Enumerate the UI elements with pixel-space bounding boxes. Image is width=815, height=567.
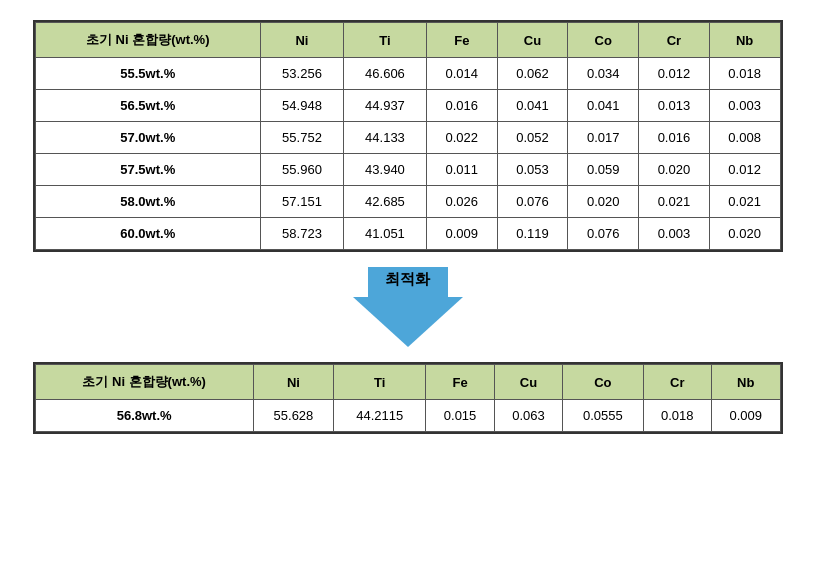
bottom-cell-0-5: 0.0555: [563, 400, 643, 432]
top-cell-4-4: 0.076: [497, 186, 568, 218]
top-cell-3-5: 0.059: [568, 154, 639, 186]
top-cell-2-4: 0.052: [497, 122, 568, 154]
top-cell-0-3: 0.014: [426, 58, 497, 90]
top-table-container: 초기 Ni 혼합량(wt.%)NiTiFeCuCoCrNb 55.5wt.%53…: [33, 20, 783, 252]
top-cell-1-0: 56.5wt.%: [35, 90, 260, 122]
top-cell-0-7: 0.018: [709, 58, 780, 90]
top-cell-5-4: 0.119: [497, 218, 568, 250]
top-cell-4-3: 0.026: [426, 186, 497, 218]
top-cell-0-0: 55.5wt.%: [35, 58, 260, 90]
top-table-row: 56.5wt.%54.94844.9370.0160.0410.0410.013…: [35, 90, 780, 122]
top-cell-1-4: 0.041: [497, 90, 568, 122]
top-cell-2-6: 0.016: [639, 122, 710, 154]
top-cell-3-0: 57.5wt.%: [35, 154, 260, 186]
bottom-header-cell-3: Fe: [426, 365, 494, 400]
top-cell-5-0: 60.0wt.%: [35, 218, 260, 250]
top-cell-5-3: 0.009: [426, 218, 497, 250]
top-cell-0-5: 0.034: [568, 58, 639, 90]
bottom-header-cell-4: Cu: [494, 365, 562, 400]
top-cell-0-6: 0.012: [639, 58, 710, 90]
top-table-header-row: 초기 Ni 혼합량(wt.%)NiTiFeCuCoCrNb: [35, 23, 780, 58]
top-header-cell-3: Fe: [426, 23, 497, 58]
top-cell-1-7: 0.003: [709, 90, 780, 122]
bottom-header-cell-6: Cr: [643, 365, 711, 400]
top-cell-2-2: 44.133: [343, 122, 426, 154]
top-header-cell-2: Ti: [343, 23, 426, 58]
top-cell-4-7: 0.021: [709, 186, 780, 218]
top-cell-1-3: 0.016: [426, 90, 497, 122]
arrow-shape: [353, 297, 463, 347]
top-cell-2-7: 0.008: [709, 122, 780, 154]
top-cell-0-2: 46.606: [343, 58, 426, 90]
arrow-section: 최적화: [33, 267, 783, 347]
top-cell-3-2: 43.940: [343, 154, 426, 186]
top-cell-3-6: 0.020: [639, 154, 710, 186]
top-cell-5-5: 0.076: [568, 218, 639, 250]
top-cell-5-6: 0.003: [639, 218, 710, 250]
top-cell-1-1: 54.948: [260, 90, 343, 122]
top-header-cell-5: Co: [568, 23, 639, 58]
top-table: 초기 Ni 혼합량(wt.%)NiTiFeCuCoCrNb 55.5wt.%53…: [35, 22, 781, 250]
bottom-cell-0-0: 56.8wt.%: [35, 400, 253, 432]
bottom-cell-0-1: 55.628: [253, 400, 333, 432]
top-cell-5-2: 41.051: [343, 218, 426, 250]
top-cell-2-5: 0.017: [568, 122, 639, 154]
top-cell-3-3: 0.011: [426, 154, 497, 186]
top-cell-3-4: 0.053: [497, 154, 568, 186]
bottom-header-cell-0: 초기 Ni 혼합량(wt.%): [35, 365, 253, 400]
top-cell-3-7: 0.012: [709, 154, 780, 186]
top-cell-2-1: 55.752: [260, 122, 343, 154]
bottom-cell-0-2: 44.2115: [334, 400, 426, 432]
top-header-cell-6: Cr: [639, 23, 710, 58]
top-cell-5-1: 58.723: [260, 218, 343, 250]
bottom-cell-0-7: 0.009: [712, 400, 781, 432]
top-cell-4-6: 0.021: [639, 186, 710, 218]
top-cell-2-3: 0.022: [426, 122, 497, 154]
bottom-header-cell-5: Co: [563, 365, 643, 400]
arrow-container: 최적화: [353, 267, 463, 347]
top-cell-4-1: 57.151: [260, 186, 343, 218]
bottom-header-cell-1: Ni: [253, 365, 333, 400]
top-table-row: 55.5wt.%53.25646.6060.0140.0620.0340.012…: [35, 58, 780, 90]
top-cell-4-5: 0.020: [568, 186, 639, 218]
top-header-cell-0: 초기 Ni 혼합량(wt.%): [35, 23, 260, 58]
top-cell-1-2: 44.937: [343, 90, 426, 122]
bottom-table: 초기 Ni 혼합량(wt.%)NiTiFeCuCoCrNb 56.8wt.%55…: [35, 364, 781, 432]
arrow-label: 최적화: [385, 270, 430, 289]
top-table-row: 57.0wt.%55.75244.1330.0220.0520.0170.016…: [35, 122, 780, 154]
top-cell-3-1: 55.960: [260, 154, 343, 186]
top-cell-0-4: 0.062: [497, 58, 568, 90]
top-cell-2-0: 57.0wt.%: [35, 122, 260, 154]
top-header-cell-7: Nb: [709, 23, 780, 58]
top-cell-5-7: 0.020: [709, 218, 780, 250]
top-header-cell-4: Cu: [497, 23, 568, 58]
top-cell-4-0: 58.0wt.%: [35, 186, 260, 218]
bottom-cell-0-3: 0.015: [426, 400, 494, 432]
top-cell-1-6: 0.013: [639, 90, 710, 122]
bottom-cell-0-4: 0.063: [494, 400, 562, 432]
bottom-cell-0-6: 0.018: [643, 400, 711, 432]
bottom-table-header-row: 초기 Ni 혼합량(wt.%)NiTiFeCuCoCrNb: [35, 365, 780, 400]
bottom-header-cell-2: Ti: [334, 365, 426, 400]
top-table-row: 60.0wt.%58.72341.0510.0090.1190.0760.003…: [35, 218, 780, 250]
top-cell-4-2: 42.685: [343, 186, 426, 218]
top-header-cell-1: Ni: [260, 23, 343, 58]
top-cell-0-1: 53.256: [260, 58, 343, 90]
top-cell-1-5: 0.041: [568, 90, 639, 122]
top-table-row: 58.0wt.%57.15142.6850.0260.0760.0200.021…: [35, 186, 780, 218]
bottom-header-cell-7: Nb: [712, 365, 781, 400]
top-table-row: 57.5wt.%55.96043.9400.0110.0530.0590.020…: [35, 154, 780, 186]
bottom-table-row: 56.8wt.%55.62844.21150.0150.0630.05550.0…: [35, 400, 780, 432]
bottom-table-container: 초기 Ni 혼합량(wt.%)NiTiFeCuCoCrNb 56.8wt.%55…: [33, 362, 783, 434]
